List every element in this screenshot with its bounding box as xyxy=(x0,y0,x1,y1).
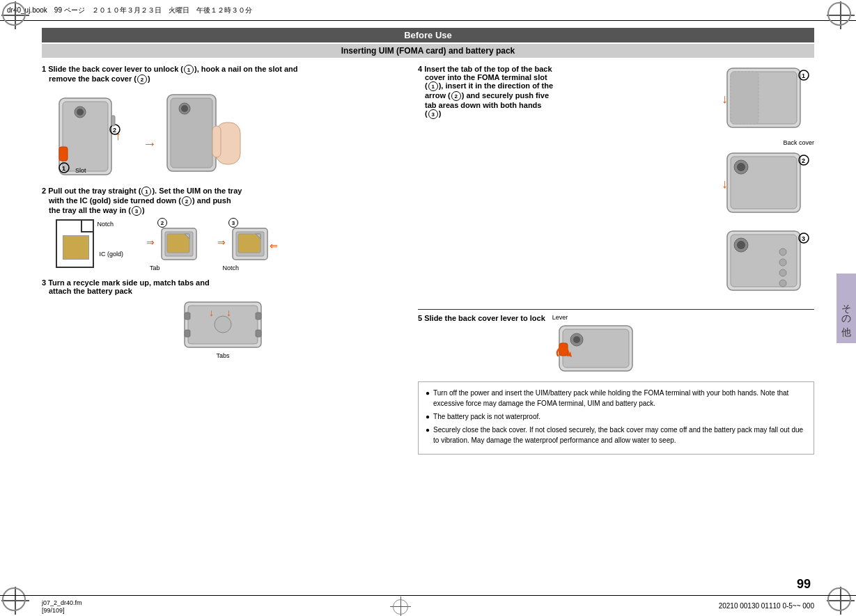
svg-text:⇐: ⇐ xyxy=(270,240,278,251)
footer-left: j07_2_dr40.fm[99/109] xyxy=(42,599,82,614)
svg-rect-25 xyxy=(238,234,260,253)
svg-point-54 xyxy=(737,241,745,249)
note2-text: The battery pack is not waterproof. xyxy=(433,411,540,422)
step1-number: 1 xyxy=(42,65,46,73)
step2-text2: with the IC (gold) side turned down (2) … xyxy=(49,196,231,205)
step4-text4: arrow (2) and securely push five xyxy=(425,91,549,100)
step1-header: 1 Slide the back cover lever to unlock (… xyxy=(42,65,404,84)
step3-number: 3 xyxy=(42,278,46,287)
note1-item: ● Turn off the power and insert the UIM/… xyxy=(426,388,807,409)
subtitle-bar: Inserting UIM (FOMA card) and battery pa… xyxy=(42,44,814,58)
step4-cn2: 2 xyxy=(451,91,461,101)
step3-block: 3 Turn a recycle mark side up, match tab… xyxy=(42,278,404,356)
step4-text6: (3) xyxy=(425,109,441,118)
notch-label: Notch xyxy=(97,221,114,228)
footer-bar: j07_2_dr40.fm[99/109] 20210 00130 01110 … xyxy=(0,595,856,616)
step2-text: Pull out the tray straight (1). Set the … xyxy=(48,187,242,195)
step2-number: 2 xyxy=(42,187,46,195)
step3-text2: attach the battery pack xyxy=(49,287,132,295)
step2-cn1: 1 xyxy=(141,187,151,196)
svg-rect-30 xyxy=(185,313,190,319)
step2-cn2: 2 xyxy=(182,196,192,206)
note2-bullet: ● xyxy=(426,411,430,422)
step4-illus: 1 ↓ Back cover xyxy=(713,65,814,302)
svg-text:1: 1 xyxy=(802,72,805,79)
step5-illus: Lever xyxy=(552,314,650,374)
step5-block: 5 Slide the back cover lever to lock Lev… xyxy=(418,314,814,374)
sim-card-illus: Notch IC (gold) xyxy=(56,219,94,268)
step1-text2: remove the back cover (2) xyxy=(49,74,150,83)
step2-text3: the tray all the way in (3) xyxy=(49,206,145,214)
svg-rect-22 xyxy=(167,234,189,253)
page-number: 99 xyxy=(797,577,811,592)
svg-text:↓: ↓ xyxy=(209,307,214,318)
svg-text:↓: ↓ xyxy=(226,307,231,318)
svg-rect-40 xyxy=(731,72,758,124)
step4-cn1: 1 xyxy=(428,81,438,91)
tab-label: Tab xyxy=(150,264,160,271)
back-cover-label: Back cover xyxy=(713,139,814,146)
step1-cn1: 1 xyxy=(184,65,194,74)
svg-rect-31 xyxy=(185,330,190,337)
step4-number: 4 xyxy=(418,65,422,73)
svg-text:2: 2 xyxy=(113,127,116,134)
step5-text: Slide the back cover lever to lock xyxy=(424,314,545,322)
tray2-illus: 2 xyxy=(158,219,214,264)
svg-point-47 xyxy=(737,163,745,171)
svg-point-58 xyxy=(779,259,786,266)
step2-header: 2 Pull out the tray straight (1). Set th… xyxy=(42,187,404,216)
note2-item: ● The battery pack is not waterproof. xyxy=(426,411,807,422)
footer-right: 20210 00130 01110 0-5~~ 000 xyxy=(719,602,814,610)
svg-text:↓: ↓ xyxy=(722,177,728,191)
left-column: 1 Slide the back cover lever to unlock (… xyxy=(42,65,404,455)
step2-cn3: 3 xyxy=(132,206,141,216)
svg-rect-10 xyxy=(111,116,115,126)
svg-rect-12 xyxy=(171,98,212,168)
tabs-label: Tabs xyxy=(216,352,229,359)
svg-text:3: 3 xyxy=(802,235,805,242)
svg-point-3 xyxy=(77,109,84,116)
step4-block: 4 Insert the tab of the top of the back … xyxy=(418,65,814,302)
step4-header: 4 Insert the tab of the top of the back … xyxy=(418,65,706,119)
footer-filename: j07_2_dr40.fm[99/109] xyxy=(42,599,82,614)
ic-gold-label: IC (gold) xyxy=(99,251,123,258)
step5-text-area: 5 Slide the back cover lever to lock xyxy=(418,314,545,326)
notch2-label: Notch xyxy=(223,264,240,271)
note3-text: Securely close the back cover. If not cl… xyxy=(433,425,807,445)
step4-text-area: 4 Insert the tab of the top of the back … xyxy=(418,65,706,123)
step3-text1: Turn a recycle mark side up, match tabs … xyxy=(48,278,210,287)
step3-illus: ↓ ↓ Tabs xyxy=(42,299,404,356)
footer-center-mark xyxy=(390,597,411,616)
note1-text: Turn off the power and insert the UIM/ba… xyxy=(433,388,807,409)
two-column-layout: 1 Slide the back cover lever to unlock (… xyxy=(42,65,814,455)
svg-point-60 xyxy=(779,280,786,287)
svg-text:2: 2 xyxy=(802,157,805,164)
main-content: Before Use Inserting UIM (FOMA card) and… xyxy=(0,21,856,595)
tray3-illus: 3 ⇐ xyxy=(229,219,285,264)
step5-number: 5 xyxy=(418,314,422,322)
svg-point-16 xyxy=(181,105,188,112)
svg-rect-32 xyxy=(256,313,261,319)
tray-arrow1: ⇒ xyxy=(146,237,155,248)
svg-point-59 xyxy=(779,269,786,276)
step1-phone1: ↑ 1 2 Slot xyxy=(56,88,139,180)
step4-cn3: 3 xyxy=(428,109,438,119)
right-tab: その他 xyxy=(836,274,856,343)
header-bar: dr40_uj.book 99 ページ ２０１０年３月２３日 火曜日 午後１２時… xyxy=(0,0,856,21)
svg-rect-14 xyxy=(212,126,221,157)
tray-arrow2: ⇒ xyxy=(217,237,226,248)
tray-illus: 1 Tray xyxy=(143,219,285,271)
step4-text2: cover into the FOMA terminal slot xyxy=(425,73,547,81)
note1-bullet: ● xyxy=(426,388,430,409)
svg-rect-33 xyxy=(256,330,261,337)
separator xyxy=(418,309,814,310)
step1-cn2: 2 xyxy=(137,74,147,84)
lever-label: Lever xyxy=(552,314,650,321)
before-use-title: Before Use xyxy=(42,28,814,42)
header-text: dr40_uj.book 99 ページ ２０１０年３月２３日 火曜日 午後１２時… xyxy=(7,6,252,15)
svg-rect-4 xyxy=(59,147,68,161)
right-column: 4 Insert the tab of the top of the back … xyxy=(418,65,814,455)
step5-header: 5 Slide the back cover lever to lock xyxy=(418,314,545,322)
notes-section: ● Turn off the power and insert the UIM/… xyxy=(418,381,814,455)
svg-point-29 xyxy=(215,316,231,333)
